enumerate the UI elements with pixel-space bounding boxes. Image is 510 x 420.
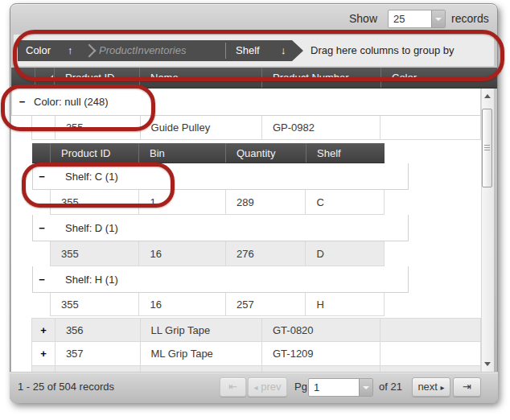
next-icon: ▸ (441, 383, 445, 392)
group-row-shelf-d[interactable]: − Shelf: D (1) (32, 215, 409, 241)
page-size-select[interactable]: 25 (388, 10, 446, 28)
first-page-button[interactable]: ⇤ (220, 377, 246, 397)
detail-column-header-product-id[interactable]: Product ID (50, 143, 138, 163)
detail-column-header-quantity[interactable]: Quantity (225, 143, 306, 163)
scroll-down-icon[interactable] (484, 362, 491, 366)
next-page-button[interactable]: next ▸ (412, 377, 450, 397)
scrollbar-thumb[interactable] (482, 109, 492, 187)
page-number-dropdown-button[interactable] (359, 379, 372, 396)
table-row[interactable]: 355 16 276 D (50, 241, 385, 266)
annotation-oval-group-bar (13, 30, 504, 81)
page-size-value: 25 (393, 10, 405, 27)
grid-widget: Show 25 records Color ↑ ProductInventori… (0, 0, 510, 420)
cell-quantity: 276 (225, 241, 306, 266)
show-label: Show (349, 10, 377, 28)
partial-row (31, 366, 481, 372)
cell-shelf: D (305, 241, 384, 266)
last-page-icon: ⇥ (463, 381, 471, 393)
annotation-oval-color-group (1, 84, 155, 131)
expand-toggle[interactable]: + (32, 342, 55, 365)
first-page-icon: ⇤ (228, 381, 237, 393)
page-count-label: of 21 (379, 372, 402, 402)
group-row-label: Shelf: D (1) (51, 215, 118, 241)
cell-color (380, 116, 480, 139)
next-label: next (417, 381, 438, 393)
scrollbar-grip-icon (484, 145, 490, 150)
cell-product-id: 355 (51, 293, 138, 315)
cell-product-number: GT-1209 (261, 342, 380, 365)
annotation-oval-shelf-group (22, 163, 175, 208)
scroll-up-icon[interactable] (484, 94, 491, 98)
table-row[interactable]: 355 16 257 H (50, 293, 385, 316)
page-label: Pg (294, 372, 307, 402)
cell-color (380, 319, 480, 341)
cell-name: LL Grip Tape (140, 319, 261, 341)
cell-quantity: 257 (225, 293, 306, 315)
cell-product-id: 357 (55, 342, 140, 365)
expand-toggle[interactable]: + (32, 319, 55, 341)
cell-quantity: 289 (225, 190, 306, 214)
collapse-toggle[interactable]: − (33, 215, 51, 241)
detail-column-header-shelf[interactable]: Shelf (306, 143, 385, 163)
page-size-dropdown-button[interactable] (431, 10, 445, 27)
cell-product-id: 356 (55, 319, 140, 341)
cell-bin: 16 (138, 241, 224, 266)
cell-product-number: GP-0982 (261, 116, 380, 139)
detail-column-header-bin[interactable]: Bin (138, 143, 225, 163)
chevron-down-icon (435, 18, 442, 21)
detail-grid-header-row: Product ID Bin Quantity Shelf (32, 143, 385, 163)
prev-label: prev (261, 381, 281, 393)
cell-name: ML Grip Tape (140, 342, 261, 365)
cell-product-id: 355 (51, 241, 138, 266)
records-status: 1 - 25 of 504 records (18, 372, 114, 402)
prev-icon: ◂ (254, 383, 258, 392)
table-row[interactable]: + 357 ML Grip Tape GT-1209 (31, 342, 481, 366)
group-indent-header-cell (32, 143, 50, 163)
last-page-button[interactable]: ⇥ (453, 377, 481, 397)
page-number-value: 1 (314, 379, 319, 396)
cell-product-number: GT-0820 (261, 319, 380, 341)
chevron-down-icon (363, 386, 369, 389)
cell-bin: 16 (138, 293, 224, 315)
records-label: records (451, 10, 489, 28)
group-row-shelf-h[interactable]: − Shelf: H (1) (32, 266, 409, 293)
group-row-label: Shelf: H (1) (51, 266, 118, 292)
prev-page-button[interactable]: ◂ prev (248, 377, 287, 397)
page-number-select[interactable]: 1 (308, 378, 373, 397)
cell-color (380, 342, 480, 365)
table-row[interactable]: + 356 LL Grip Tape GT-0820 (31, 318, 481, 342)
cell-shelf: C (305, 190, 384, 214)
cell-shelf: H (305, 293, 384, 315)
cell-name: Guide Pulley (140, 116, 261, 139)
collapse-toggle[interactable]: − (33, 266, 51, 292)
